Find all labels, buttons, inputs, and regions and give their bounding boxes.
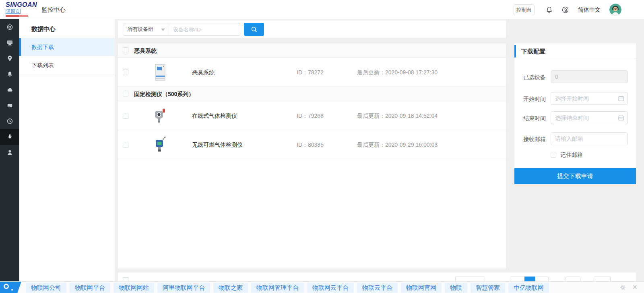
rail-item-storage[interactable] — [0, 98, 19, 113]
monitor-icon — [6, 39, 13, 46]
selected-devices-field: 已选设备 — [514, 70, 636, 84]
footer-link[interactable]: 物联网云平台 — [307, 283, 354, 293]
device-id: ID：78272 — [297, 58, 324, 87]
linkbar-logo — [0, 282, 22, 293]
logo-dot-icon — [11, 289, 13, 291]
footer-link[interactable]: 物联网网站 — [114, 283, 154, 293]
device-image-odor-system — [154, 64, 166, 81]
email-label: 接收邮箱 — [523, 132, 549, 146]
email-field: 接收邮箱 — [514, 132, 636, 146]
secondary-sidebar: 数据中心 数据下载 下载列表 — [19, 19, 115, 293]
theme-palette-icon[interactable] — [561, 6, 569, 14]
group-checkbox[interactable] — [123, 91, 128, 96]
brand-logo: SINGOAN 深国安 — [6, 2, 40, 17]
start-time-field: 开始时间 — [514, 92, 636, 106]
search-button[interactable] — [244, 23, 264, 36]
footer-link[interactable]: 中亿物联网 — [508, 283, 549, 293]
close-icon[interactable]: ✕ — [632, 284, 638, 291]
footer-link[interactable]: 物联网官网 — [401, 283, 442, 293]
footer-link[interactable]: 物联云平台 — [357, 283, 398, 293]
device-id: ID：80385 — [297, 130, 324, 159]
rail-item-map[interactable] — [0, 51, 19, 66]
device-checkbox[interactable] — [123, 142, 128, 148]
device-row: 恶臭系统 ID：78272 最后更新：2020-09-08 17:27:30 — [118, 58, 506, 87]
storage-card-icon — [6, 102, 13, 109]
email-input[interactable] — [551, 132, 628, 145]
chevron-down-icon — [161, 29, 165, 31]
rail-item-account[interactable] — [0, 145, 19, 160]
console-button[interactable]: 控制台 — [514, 4, 535, 15]
footer-link[interactable]: 物联之家 — [213, 283, 248, 293]
download-config-title: 下载配置 — [521, 43, 545, 59]
icon-rail — [0, 19, 19, 293]
download-config-panel: 下载配置 已选设备 开始时间 结束时间 — [514, 43, 636, 184]
sidebar-section-title: 数据中心 — [19, 19, 115, 38]
device-list-panel: 恶臭系统 恶臭系统 ID：78272 最后更新：2020-09-08 17:27… — [118, 43, 506, 268]
sidebar-item-download-list[interactable]: 下载列表 — [19, 56, 115, 74]
device-name: 在线式气体检测仪 — [192, 101, 237, 130]
calendar-icon[interactable] — [618, 95, 624, 102]
clock-icon — [6, 118, 13, 125]
device-group-select-value: 所有设备组 — [127, 26, 153, 32]
remember-email-row: 记住邮箱 — [514, 151, 636, 159]
device-row: 在线式气体检测仪 ID：79268 最后更新：2020-09-18 14:52:… — [118, 101, 506, 130]
rail-item-screens[interactable] — [0, 35, 19, 51]
rail-item-alarms[interactable] — [0, 66, 19, 82]
record-icon — [6, 24, 13, 31]
submit-download-button[interactable]: 提交下载申请 — [514, 168, 636, 184]
top-bar: SINGOAN 深国安 监控中心 控制台 简体中文 — [0, 0, 644, 19]
footer-link[interactable]: 物联网管理平台 — [251, 283, 304, 293]
rail-item-download[interactable] — [0, 129, 19, 145]
device-group-select[interactable]: 所有设备组 — [123, 23, 169, 36]
device-checkbox[interactable] — [123, 70, 128, 75]
footer-link[interactable]: 阿里物联网平台 — [157, 283, 210, 293]
user-icon — [6, 149, 13, 156]
remember-email-label: 记住邮箱 — [560, 151, 583, 158]
end-time-label: 结束时间 — [523, 111, 549, 125]
search-bar: 所有设备组 — [118, 20, 506, 38]
brand-subtext: 深国安 — [6, 9, 40, 14]
selected-devices-label: 已选设备 — [523, 70, 549, 84]
linkbar-controls: ✕ — [620, 284, 644, 291]
location-pin-icon — [6, 55, 13, 62]
download-config-title-row: 下载配置 — [514, 43, 636, 59]
end-time-field: 结束时间 — [514, 111, 636, 125]
start-time-label: 开始时间 — [523, 92, 549, 106]
selected-devices-count-input — [551, 70, 628, 83]
user-avatar[interactable] — [609, 4, 621, 16]
footer-link[interactable]: 物联网公司 — [26, 283, 66, 293]
app-root: SINGOAN 深国安 监控中心 控制台 简体中文 — [0, 0, 644, 293]
logo-ring-icon — [4, 284, 9, 289]
device-last-update: 最后更新：2020-09-08 17:27:30 — [357, 58, 438, 87]
device-image-wireless-detector — [154, 136, 166, 154]
group-checkbox[interactable] — [123, 47, 128, 53]
footer-link[interactable]: 智慧管家 — [471, 283, 505, 293]
brand-text: SINGOAN — [6, 1, 37, 8]
linkbar-links: 物联网公司 物联网平台 物联网网站 阿里物联网平台 物联之家 物联网管理平台 物… — [26, 283, 549, 293]
sidebar-item-data-download[interactable]: 数据下载 — [19, 38, 115, 56]
notification-bell-icon[interactable] — [545, 6, 553, 14]
logo-tagline-stripe — [6, 15, 28, 17]
rail-item-monitor-overview[interactable] — [0, 19, 19, 35]
end-time-input[interactable] — [551, 111, 628, 124]
device-checkbox[interactable] — [123, 113, 128, 119]
cloud-icon — [6, 86, 13, 93]
language-switch[interactable]: 简体中文 — [578, 0, 601, 19]
device-name: 恶臭系统 — [192, 58, 215, 87]
start-time-input[interactable] — [551, 92, 628, 105]
device-row: 无线可燃气体检测仪 ID：80385 最后更新：2020-09-29 16:00… — [118, 130, 506, 159]
settings-gear-icon[interactable] — [620, 285, 626, 291]
footer-link[interactable]: 物联网平台 — [70, 283, 110, 293]
bell-icon — [6, 71, 13, 78]
footer-link[interactable]: 物联 — [445, 283, 467, 293]
rail-item-cloud[interactable] — [0, 82, 19, 98]
page-title: 监控中心 — [41, 0, 66, 19]
device-search-input[interactable] — [169, 23, 240, 36]
device-last-update: 最后更新：2020-09-18 14:52:04 — [357, 101, 438, 130]
download-arrow-icon — [6, 133, 13, 140]
group-name: 固定检测仪（500系列） — [134, 87, 194, 101]
device-name: 无线可燃气体检测仪 — [192, 130, 243, 159]
remember-email-checkbox[interactable] — [551, 152, 556, 158]
calendar-icon[interactable] — [618, 115, 624, 121]
rail-item-history[interactable] — [0, 113, 19, 129]
